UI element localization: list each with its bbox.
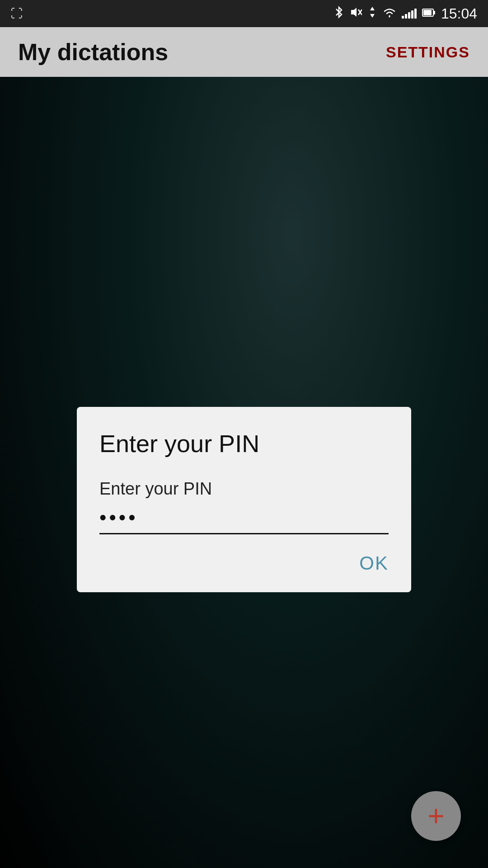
fab-add-button[interactable]: +: [411, 791, 461, 841]
settings-button[interactable]: SETTINGS: [386, 43, 470, 61]
dialog-actions: OK: [99, 552, 389, 574]
svg-rect-7: [423, 10, 432, 15]
dialog-title: Enter your PIN: [99, 429, 389, 458]
svg-marker-4: [370, 14, 375, 18]
pin-underline: [99, 533, 389, 534]
fab-plus-icon: +: [427, 802, 444, 830]
svg-marker-3: [370, 7, 375, 10]
status-time: 15:04: [441, 5, 477, 22]
wifi-icon: [383, 7, 396, 21]
screenshot-icon: ⛶: [11, 7, 23, 21]
app-bar: My dictations SETTINGS: [0, 27, 488, 77]
pin-dots: ••••: [99, 506, 389, 533]
battery-icon: [422, 7, 436, 21]
status-bar-right: 15:04: [334, 5, 477, 22]
svg-marker-0: [351, 8, 357, 17]
ok-button[interactable]: OK: [359, 552, 389, 574]
status-bar-left: ⛶: [11, 7, 23, 21]
svg-rect-6: [433, 11, 435, 14]
status-bar: ⛶: [0, 0, 488, 27]
pin-input-label: Enter your PIN: [99, 479, 389, 499]
data-icon: [367, 6, 377, 22]
dialog-backdrop: Enter your PIN Enter your PIN •••• OK: [0, 77, 488, 868]
signal-icon: [402, 9, 417, 19]
mute-icon: [349, 6, 362, 22]
pin-input-wrapper[interactable]: ••••: [99, 506, 389, 535]
bluetooth-icon: [334, 5, 344, 22]
app-bar-title: My dictations: [18, 38, 168, 66]
pin-dialog: Enter your PIN Enter your PIN •••• OK: [77, 407, 411, 593]
